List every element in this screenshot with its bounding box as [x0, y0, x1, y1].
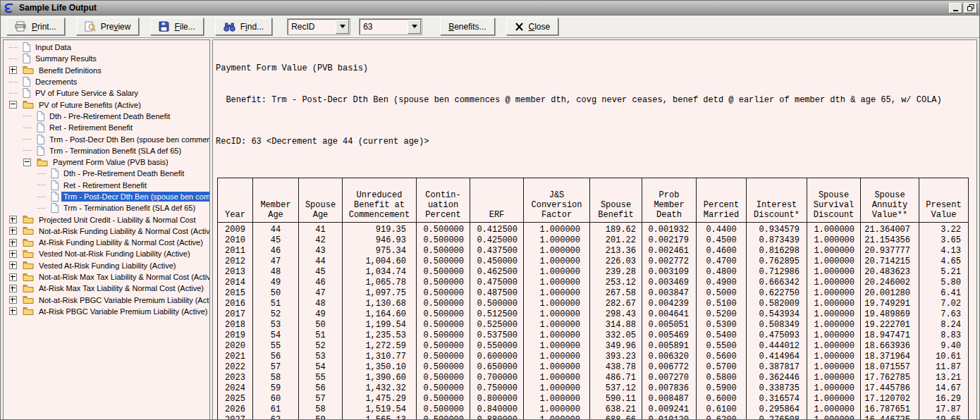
collapse-minus-icon[interactable] — [9, 101, 17, 109]
record-combo-dropdown-button[interactable] — [408, 20, 421, 34]
table-cell: 2024 — [218, 383, 253, 394]
table-cell: 2011 — [218, 246, 253, 257]
table-cell: 19.222701 — [861, 320, 919, 331]
collapse-minus-icon[interactable] — [23, 159, 31, 166]
table-cell: 17.120702 — [861, 394, 919, 404]
record-combo[interactable]: 63 — [360, 19, 422, 35]
tree-item[interactable]: Summary Results — [4, 53, 209, 64]
table-cell: 1.000000 — [807, 352, 861, 362]
tree-item[interactable]: Vested Not-at-Risk Funding Liability (Ac… — [4, 248, 209, 259]
table-row: 201550471,097.750.5000000.4875001.000000… — [218, 288, 969, 299]
table-cell: 1.000000 — [807, 415, 861, 420]
column-header: Prob Member Death — [642, 178, 697, 223]
expand-plus-icon[interactable] — [9, 216, 17, 223]
tree-item[interactable]: At-Risk Funding Liability & Normal Cost … — [4, 237, 209, 248]
tree-item[interactable]: PV of Future Service & Salary — [4, 87, 209, 99]
expand-plus-icon[interactable] — [9, 66, 17, 74]
expand-plus-icon[interactable] — [9, 227, 17, 235]
benefits-button[interactable]: Benefits... — [440, 18, 494, 35]
document-icon — [23, 88, 30, 98]
tree-item[interactable]: Trm - Termination Benefit (SLA def 65) — [4, 202, 209, 214]
expand-plus-icon[interactable] — [9, 307, 17, 315]
tree-item[interactable]: At-Risk PBGC Variable Premium Liability … — [4, 306, 209, 317]
table-cell: 0.500000 — [417, 352, 470, 362]
restore-button[interactable] — [964, 3, 977, 13]
expand-plus-icon[interactable] — [9, 239, 17, 247]
close-button-label: Close — [529, 22, 551, 32]
field-combo-dropdown-button[interactable] — [336, 20, 349, 34]
tree-item[interactable]: Not-at-Risk PBGC Variable Premium Liabil… — [4, 295, 209, 306]
table-cell: 1.000000 — [807, 362, 861, 373]
table-cell: 0.5500 — [697, 341, 747, 352]
table-cell: 0.500000 — [417, 278, 470, 288]
tree-item[interactable]: Projected Unit Credit - Liability & Norm… — [4, 214, 209, 225]
tree-item[interactable]: Vested At-Risk Funding Liability (Active… — [4, 260, 209, 271]
table-cell: 0.010120 — [642, 415, 697, 420]
tree-item[interactable]: Ret - Retirement Benefit — [4, 122, 209, 133]
tree-item[interactable]: Benefit Definitions — [4, 65, 209, 76]
tree-expander-slot — [8, 250, 22, 258]
table-cell: 50 — [253, 288, 299, 299]
print-button[interactable]: Print... — [6, 18, 65, 35]
tree-item[interactable]: Input Data — [4, 42, 209, 53]
tree-item[interactable]: Not-at-Risk Max Tax Liability & Normal C… — [4, 271, 209, 283]
tree-expander-slot — [8, 216, 22, 223]
table-cell: 0.525000 — [470, 320, 524, 331]
tree-item[interactable]: Not-at-Risk Funding Liability & Normal C… — [4, 226, 209, 237]
expand-plus-icon[interactable] — [9, 296, 17, 304]
table-row: 202055521,272.590.5000000.5500001.000000… — [218, 341, 969, 352]
report-recid-line: RecID: 63 <Decrement age 44 (current age… — [216, 137, 976, 147]
record-combo-value: 63 — [360, 22, 408, 32]
tree-item-label: Dth - Pre-Retirement Death Benefit — [61, 168, 186, 178]
tree-item[interactable]: Ret - Retirement Benefit — [4, 180, 209, 191]
table-cell: 2019 — [218, 331, 253, 341]
table-cell: 0.5600 — [697, 352, 747, 362]
tree-connector-slot — [22, 150, 36, 151]
table-cell: 0.387817 — [747, 362, 807, 373]
minimize-button[interactable] — [949, 3, 962, 13]
table-cell: 0.4900 — [697, 278, 747, 288]
table-cell: 20.714215 — [861, 257, 919, 267]
table-header-row: YearMember AgeSpouse AgeUnreduced Benefi… — [218, 178, 969, 223]
expand-plus-icon[interactable] — [9, 285, 17, 292]
tree-item[interactable]: Trm - Post-Decr Dth Ben (spouse ben comm… — [4, 133, 209, 144]
preview-button[interactable]: Preview — [76, 18, 140, 35]
tree-item[interactable]: Dth - Pre-Retirement Death Benefit — [4, 111, 209, 122]
table-cell: 1.000000 — [524, 299, 590, 309]
table-cell: 62 — [253, 415, 299, 420]
expand-plus-icon[interactable] — [9, 261, 17, 269]
find-button[interactable]: Find... — [215, 18, 272, 35]
tree-expander-slot — [22, 159, 36, 166]
tree-item[interactable]: Decrements — [4, 76, 209, 87]
expand-plus-icon[interactable] — [9, 250, 17, 258]
table-cell: 0.600000 — [470, 352, 524, 362]
table-cell: 7.63 — [919, 309, 969, 320]
close-button[interactable]: Close — [506, 18, 559, 35]
table-cell: 0.500000 — [417, 331, 470, 341]
field-combo[interactable]: RecID — [288, 19, 350, 35]
table-row: 202560571,475.290.5000000.8000001.000000… — [218, 394, 969, 404]
table-cell: 0.622750 — [747, 288, 807, 299]
tree-item[interactable]: Payment Form Value (PVB basis) — [4, 156, 209, 168]
table-cell: 16.29 — [919, 394, 969, 404]
expand-plus-icon[interactable] — [9, 273, 17, 281]
table-cell: 1.000000 — [524, 246, 590, 257]
table-cell: 1.000000 — [524, 362, 590, 373]
tree-item[interactable]: Dth - Pre-Retirement Death Benefit — [4, 168, 209, 179]
tree-item[interactable]: At-Risk Max Tax Liability & Normal Cost … — [4, 283, 209, 294]
table-cell: 0.500000 — [417, 288, 470, 299]
tree-item[interactable]: Trm - Termination Benefit (SLA def 65) — [4, 145, 209, 156]
table-cell: 1.000000 — [807, 299, 861, 309]
restore-icon — [967, 4, 974, 11]
tree-item[interactable]: PV of Future Benefits (Active) — [4, 99, 209, 110]
file-button[interactable]: File... — [150, 18, 203, 35]
table-cell: 53 — [299, 352, 343, 362]
table-cell: 267.58 — [590, 288, 642, 299]
table-cell: 0.008487 — [642, 394, 697, 404]
tree-connector — [9, 58, 18, 59]
document-icon — [23, 42, 30, 52]
table-cell: 1,310.77 — [343, 352, 417, 362]
table-cell: 18.663936 — [861, 341, 919, 352]
table-cell: 0.002461 — [642, 246, 697, 257]
tree-item[interactable]: Trm - Post-Decr Dth Ben (spouse ben comm — [4, 191, 209, 202]
